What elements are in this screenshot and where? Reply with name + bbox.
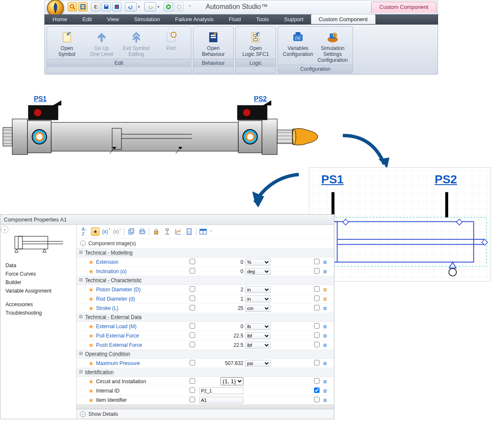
lock-checkbox[interactable] [190,323,195,329]
table-button[interactable] [199,227,207,236]
star-icon[interactable]: ★ [88,323,96,330]
unit-select[interactable]: % [245,259,270,265]
menu-tab-view[interactable]: View [99,14,127,24]
ribbon-btn-simulation-settings-configuration[interactable]: Simulation SettingsConfiguration [315,29,350,64]
fx-remove-button[interactable]: (x)− [113,227,121,236]
link-icon[interactable]: ≣ [323,379,331,384]
link-icon[interactable]: ≣ [323,360,331,366]
ribbon-btn-open-symbol[interactable]: OpenSymbol [50,29,84,58]
lock-checkbox[interactable] [190,378,195,384]
qa-undo-button[interactable] [91,2,100,11]
fx-add-button[interactable]: (x)+ [102,227,110,236]
link-icon[interactable]: ≣ [323,388,331,394]
property-name[interactable]: Item Identifier [96,397,185,403]
category-technical-modelling[interactable]: Technical - Modelling [77,249,334,257]
collapse-button[interactable]: ‹ [1,226,8,233]
star-icon[interactable]: ★ [88,305,96,312]
display-checkbox[interactable] [314,296,320,301]
lock-checkbox[interactable] [190,360,195,365]
side-nav-troubleshooting[interactable]: Troubleshooting [4,309,73,317]
unit-select[interactable]: lbf [245,332,270,339]
copy-button[interactable] [127,227,135,236]
section-header[interactable]: ⌄ Component image(s) [77,239,334,249]
property-name[interactable]: Push External Force [96,342,185,348]
link-icon[interactable]: ≣ [323,296,331,302]
unit-select[interactable]: deg [245,268,270,275]
display-checkbox[interactable] [314,360,320,365]
menu-tab-edit[interactable]: Edit [75,14,99,24]
value-cell[interactable]: 0 [199,324,245,329]
star-icon[interactable]: ★ [88,332,96,339]
link-icon[interactable]: ≣ [323,287,331,293]
menu-tab-support[interactable]: Support [276,14,311,24]
value-cell[interactable]: 2 [199,287,245,293]
star-filter-button[interactable]: ★ [91,227,99,236]
property-name[interactable]: Internal ID [96,388,185,394]
star-icon[interactable]: ★ [88,397,96,404]
unit-select[interactable]: cm [245,305,270,312]
display-checkbox[interactable] [314,378,320,384]
display-checkbox[interactable] [314,342,320,347]
qa-play-button[interactable] [164,2,173,11]
value-dropdown[interactable]: (1, 1) [221,377,243,385]
overflow-icon[interactable]: ⁼ [188,4,193,10]
value-cell[interactable]: 25 [199,305,245,311]
menu-tab-fluid[interactable]: Fluid [221,14,248,24]
property-name[interactable]: External Load (M) [96,324,185,329]
qa-undo-action[interactable] [125,2,137,11]
value-input[interactable] [199,397,243,404]
category-operating-condition[interactable]: Operating Condition [77,350,334,359]
display-checkbox[interactable] [314,305,320,310]
property-name[interactable]: Extension [96,259,185,265]
value-cell[interactable]: 1 [199,296,245,302]
menu-tab-failure-analysis[interactable]: Failure Analysis [168,14,221,24]
calculator-button[interactable] [185,227,193,236]
qa-redo-action[interactable] [144,2,156,11]
display-checkbox[interactable] [314,332,320,338]
qa-btn-1[interactable] [68,2,77,11]
category-technical-external-data[interactable]: Technical - External Data [77,313,334,322]
value-input[interactable] [199,387,243,394]
star-icon[interactable]: ★ [88,342,96,348]
qa-save-button[interactable] [102,2,111,11]
display-checkbox[interactable] [314,323,320,329]
lock-button[interactable] [152,227,160,236]
unit-select[interactable]: psi [245,360,270,367]
value-cell[interactable]: 22.5 [199,333,245,339]
property-name[interactable]: Circuit and Installation [96,379,185,384]
property-name[interactable]: Piston Diameter (D) [96,287,185,293]
unit-select[interactable]: lb [245,323,270,330]
lock-checkbox[interactable] [190,305,195,310]
property-name[interactable]: Rod Diameter (d) [96,296,185,302]
dropdown-icon[interactable]: ▾ [138,5,143,9]
lock-checkbox[interactable] [190,286,195,292]
footer[interactable]: › Show Details [77,409,334,419]
chart-button[interactable] [174,227,182,236]
star-icon[interactable]: ★ [88,296,96,302]
lock-checkbox[interactable] [190,332,195,338]
link-icon[interactable]: ≣ [323,397,331,403]
side-nav-builder[interactable]: Builder [4,278,73,287]
star-icon[interactable]: ★ [88,387,96,394]
category-identification[interactable]: Identification [77,368,334,377]
dropdown-icon[interactable]: ▾ [157,5,163,9]
star-icon[interactable]: ★ [88,286,96,293]
qa-delete-button[interactable] [112,2,121,11]
lock-checkbox[interactable] [190,387,195,393]
display-checkbox[interactable] [314,259,320,264]
menu-tab-custom-component[interactable]: Custom Component [311,14,375,24]
star-icon[interactable]: ★ [88,360,96,367]
sort-az-button[interactable]: A↓Z [80,227,88,236]
category-technical-characteristic[interactable]: Technical - Characteristic [77,276,334,285]
property-name[interactable]: Inclination (α) [96,268,185,274]
ribbon-btn-open-behaviour[interactable]: OpenBehaviour [196,29,231,58]
link-icon[interactable]: ≣ [323,259,331,265]
lock-checkbox[interactable] [190,342,195,347]
property-name[interactable]: Pull External Force [96,333,185,339]
lock-checkbox[interactable] [190,268,195,274]
menu-tab-simulation[interactable]: Simulation [127,14,168,24]
lock-checkbox[interactable] [190,259,195,264]
value-cell[interactable]: 0 [199,268,245,274]
star-icon[interactable]: ★ [88,259,96,265]
star-icon[interactable]: ★ [88,378,96,385]
